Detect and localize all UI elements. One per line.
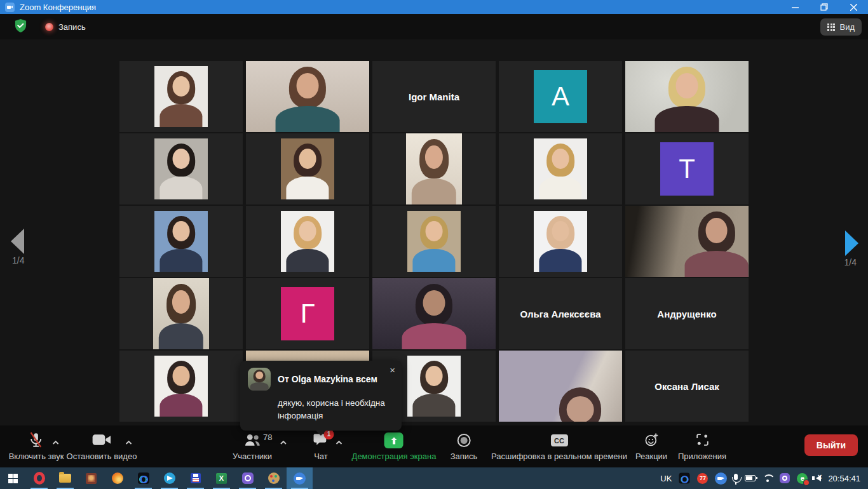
participant-tile[interactable] — [119, 133, 243, 204]
taskbar-app-start[interactable] — [0, 467, 26, 489]
previous-page-arrow[interactable] — [11, 229, 24, 254]
next-page-arrow[interactable] — [845, 231, 858, 256]
profile-photo — [281, 211, 334, 272]
video-feed — [406, 133, 462, 204]
clock[interactable]: 20:54:41 — [828, 474, 860, 483]
participant-tile[interactable] — [372, 278, 496, 349]
taskbar-app-floppy[interactable] — [182, 467, 208, 489]
participant-tile[interactable] — [372, 133, 496, 204]
notification-badge[interactable]: 77 — [697, 473, 708, 484]
participant-tile[interactable]: Г — [246, 278, 369, 349]
leave-meeting-button[interactable]: Выйти — [804, 434, 858, 456]
wapp-icon — [138, 472, 149, 484]
closed-captions-icon: CC — [550, 434, 567, 446]
record-label: Запись — [451, 452, 478, 461]
participants-button[interactable]: 78 Участники — [233, 430, 272, 461]
taskbar-app-palette[interactable] — [261, 467, 287, 489]
participant-tile[interactable] — [119, 206, 243, 277]
system-tray: UK 77 20:54:41 — [660, 467, 868, 489]
antivirus-tray-icon[interactable] — [797, 473, 808, 484]
record-button[interactable]: Запись — [451, 430, 478, 461]
smiley-plus-icon — [644, 432, 660, 450]
profile-photo — [154, 356, 208, 417]
chat-notification-popup[interactable]: × От Olga Mazykina всем дякую, корисна і… — [240, 361, 402, 431]
participant-tile[interactable]: T — [625, 133, 749, 204]
chat-sender-line: От Olga Mazykina всем — [278, 374, 377, 384]
participant-tile[interactable] — [119, 278, 243, 349]
zoom-tray-icon[interactable] — [715, 472, 727, 485]
participant-tile[interactable]: A — [499, 61, 622, 132]
participants-label: Участники — [233, 452, 272, 461]
viber-tray-icon[interactable] — [780, 473, 790, 483]
minimize-button[interactable] — [780, 0, 810, 14]
initial-avatar: A — [534, 70, 587, 123]
video-options-caret[interactable] — [125, 438, 133, 447]
camera-icon — [92, 432, 112, 449]
wifi-icon[interactable] — [763, 474, 773, 483]
photo-icon — [86, 473, 97, 484]
zoomcam-icon — [294, 472, 306, 485]
participant-tile[interactable] — [625, 206, 749, 277]
participant-tile[interactable]: Ольга Алексєєва — [499, 278, 622, 349]
view-button[interactable]: Вид — [820, 18, 862, 36]
participants-caret[interactable] — [279, 438, 287, 447]
participant-tile[interactable] — [499, 133, 622, 204]
initial-avatar: Г — [281, 287, 334, 340]
stop-video-button[interactable]: Остановить видео — [67, 430, 137, 461]
language-indicator[interactable]: UK — [660, 474, 672, 483]
participant-tile[interactable] — [246, 61, 369, 132]
participant-tile[interactable] — [246, 133, 369, 204]
participant-tile[interactable] — [119, 351, 243, 422]
people-icon: 78 — [243, 432, 261, 449]
participant-tile[interactable]: Igor Manita — [372, 61, 496, 132]
popup-close-icon[interactable]: × — [390, 365, 395, 375]
speaker-muted-icon[interactable] — [816, 475, 821, 481]
firefox-icon — [112, 472, 123, 484]
close-button[interactable] — [839, 0, 868, 14]
apps-button[interactable]: Приложения — [678, 430, 726, 461]
opera-icon — [34, 472, 45, 485]
mute-options-caret[interactable] — [52, 438, 60, 447]
recording-label: Запись — [58, 22, 86, 32]
taskbar-app-zoomcam[interactable] — [287, 467, 313, 489]
mute-button[interactable]: Включить звук — [9, 430, 64, 461]
video-grid: Igor ManitaATГОльга АлексєєваАндрущенкоО… — [119, 61, 749, 422]
restore-button[interactable] — [810, 0, 839, 14]
taskbar-app-firefox[interactable] — [104, 467, 130, 489]
record-circle-icon — [458, 434, 471, 447]
participant-tile[interactable] — [499, 351, 622, 422]
video-feed — [625, 61, 749, 132]
participant-tile[interactable] — [372, 206, 496, 277]
microphone-muted-icon — [28, 431, 44, 450]
battery-icon[interactable] — [745, 475, 756, 481]
reactions-button[interactable]: Реакции — [635, 430, 667, 461]
taskbar-app-wapp[interactable] — [130, 467, 156, 489]
mute-label: Включить звук — [9, 452, 64, 461]
start-icon — [8, 474, 18, 483]
taskbar-app-opera[interactable] — [26, 467, 52, 489]
participant-tile[interactable] — [119, 61, 243, 132]
participant-tile[interactable] — [625, 61, 749, 132]
apps-label: Приложения — [678, 452, 726, 461]
share-screen-button[interactable]: Демонстрация экрана — [352, 430, 437, 461]
wapp-tray-icon[interactable] — [679, 472, 690, 483]
taskbar-app-photo[interactable] — [78, 467, 104, 489]
participant-tile[interactable] — [246, 206, 369, 277]
taskbar-app-excel[interactable] — [208, 467, 234, 489]
participant-tile[interactable]: Оксана Лисак — [625, 351, 749, 422]
participants-count: 78 — [263, 432, 272, 442]
participant-tile[interactable]: Андрущенко — [625, 278, 749, 349]
profile-photo — [154, 138, 208, 199]
taskbar-app-viber[interactable] — [234, 467, 261, 489]
live-transcript-button[interactable]: CC Расшифровка в реальном времени — [491, 430, 627, 461]
taskbar-app-folder[interactable] — [52, 467, 78, 489]
security-shield-icon[interactable] — [14, 18, 27, 36]
participant-tile[interactable] — [499, 206, 622, 277]
page-indicator-right: 1/4 — [844, 257, 857, 267]
taskbar-app-telegram[interactable] — [156, 467, 182, 489]
live-transcript-label: Расшифровка в реальном времени — [491, 452, 627, 461]
chat-caret[interactable] — [336, 438, 343, 447]
initial-avatar: T — [660, 142, 714, 196]
microphone-tray-icon[interactable] — [734, 474, 738, 480]
profile-photo — [534, 211, 587, 272]
